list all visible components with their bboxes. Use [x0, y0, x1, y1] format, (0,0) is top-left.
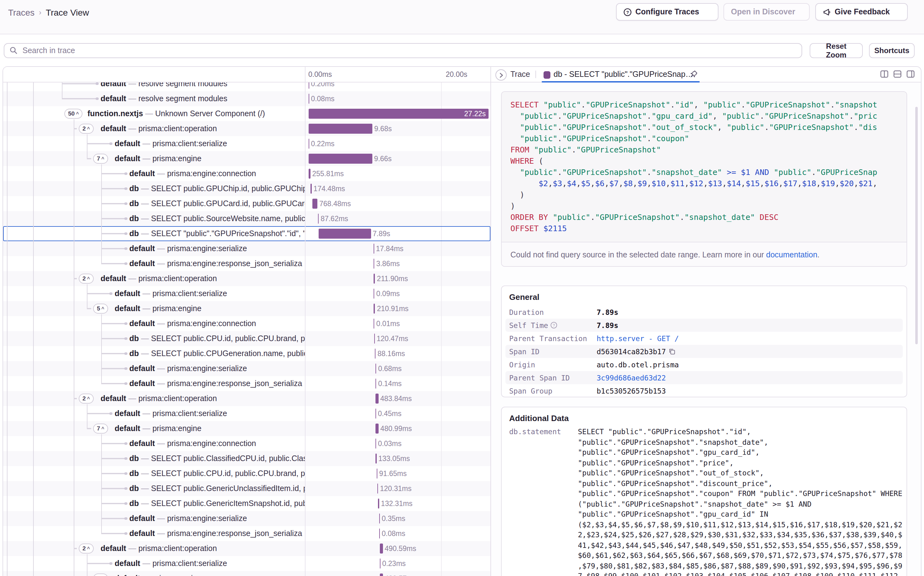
general-row-value[interactable]: http.server - GET /: [596, 334, 679, 342]
span-duration-bar[interactable]: [309, 169, 310, 179]
span-duration-bar[interactable]: [308, 139, 309, 149]
expand-collapse-badge[interactable]: 5^: [93, 303, 108, 313]
span-row[interactable]: 2^default — prisma:client:operation9.68s: [3, 121, 491, 136]
span-duration-bar[interactable]: [318, 214, 319, 224]
span-duration-bar[interactable]: [374, 259, 374, 269]
span-duration-bar[interactable]: [375, 424, 378, 434]
trace-view-page: Traces › Trace View ? Configure Traces O…: [0, 0, 924, 576]
span-row[interactable]: 7^default — prisma:engine480.99ms: [3, 421, 491, 436]
span-row[interactable]: db — SELECT public.GPUChip.id, public.GP…: [3, 181, 491, 196]
span-duration-bar[interactable]: [376, 363, 376, 374]
span-row[interactable]: db — SELECT public.CPU.id, public.CPU.br…: [3, 331, 491, 346]
reset-zoom-button[interactable]: Reset Zoom: [810, 43, 863, 58]
span-duration-bar[interactable]: [308, 154, 372, 164]
span-row[interactable]: default — prisma:engine:response_json_se…: [3, 526, 491, 541]
span-duration-bar[interactable]: [375, 349, 376, 358]
general-row-value[interactable]: 3c99d686aed63d22: [596, 373, 666, 382]
span-duration-bar[interactable]: [376, 438, 376, 448]
span-row[interactable]: default — prisma:engine:connection255.81…: [3, 166, 491, 181]
span-duration-bar[interactable]: [374, 304, 375, 314]
span-row[interactable]: 2^default — prisma:client:operation211.9…: [3, 271, 491, 286]
span-duration-bar[interactable]: [308, 82, 309, 89]
pin-tab-icon[interactable]: [690, 70, 698, 78]
span-row[interactable]: default — prisma:engine:connection0.03ms: [3, 436, 491, 451]
expand-collapse-badge[interactable]: 50^: [64, 109, 83, 118]
layout-rows-icon[interactable]: [894, 70, 902, 78]
span-row[interactable]: default — prisma:engine:response_json_se…: [3, 376, 491, 391]
span-duration-bar[interactable]: [378, 499, 379, 509]
span-duration-bar[interactable]: [375, 394, 378, 403]
span-row[interactable]: db — SELECT "public"."GPUPriceSnapshot".…: [3, 226, 491, 241]
shortcuts-button[interactable]: Shortcuts: [869, 43, 914, 58]
span-duration-bar[interactable]: [377, 483, 378, 494]
documentation-link[interactable]: documentation: [766, 251, 817, 259]
span-row[interactable]: db — SELECT public.GPUCard.id, public.GP…: [3, 196, 491, 211]
search-box[interactable]: [4, 43, 802, 58]
span-row[interactable]: default — resolve segment modules0.08ms: [3, 91, 491, 106]
tree-waterfall-divider[interactable]: [305, 67, 305, 576]
span-duration-bar[interactable]: [308, 94, 309, 104]
span-duration-bar[interactable]: [308, 124, 372, 134]
span-row[interactable]: 5^default — prisma:engine210.91ms: [3, 301, 491, 316]
expand-collapse-badge[interactable]: 7^: [93, 154, 108, 163]
span-row[interactable]: 2^default — prisma:client:operation490.5…: [3, 541, 491, 556]
span-row[interactable]: default — prisma:client:serialize0.22ms: [3, 136, 491, 151]
expand-collapse-badge[interactable]: 2^: [79, 273, 94, 283]
span-row[interactable]: default — prisma:engine:serialize0.35ms: [3, 511, 491, 526]
span-duration-bar[interactable]: [374, 274, 375, 284]
span-row[interactable]: db — SELECT public.GenericItemSnapshot.i…: [3, 496, 491, 511]
span-duration-bar[interactable]: [379, 514, 380, 523]
general-row-value[interactable]: d563014ca82b3b17: [596, 347, 675, 356]
span-row[interactable]: default — prisma:engine:response_json_se…: [3, 256, 491, 271]
span-row[interactable]: 5^default — prisma:engine480.57ms: [3, 571, 491, 576]
span-row[interactable]: 50^function.nextjs — Unknown Server Comp…: [3, 106, 491, 121]
span-row[interactable]: default — prisma:engine:serialize0.68ms: [3, 361, 491, 376]
span-duration-bar[interactable]: [375, 409, 376, 419]
tab-active-span[interactable]: db - SELECT "public"."GPUPriceSnap…: [553, 67, 693, 82]
copy-icon[interactable]: [668, 348, 675, 355]
expand-collapse-badge[interactable]: 5^: [93, 573, 108, 576]
layout-sidebar-right-icon[interactable]: [906, 70, 914, 78]
configure-traces-button[interactable]: ? Configure Traces: [616, 3, 718, 21]
search-input[interactable]: [21, 45, 796, 55]
span-duration-bar[interactable]: 27.22s: [308, 109, 488, 119]
span-duration-bar[interactable]: [312, 198, 317, 209]
span-duration-bar[interactable]: [376, 379, 376, 389]
span-row[interactable]: db — SELECT public.CPUGeneration.name, p…: [3, 346, 491, 361]
span-duration-bar[interactable]: [379, 544, 383, 554]
expand-collapse-badge[interactable]: 2^: [79, 543, 94, 553]
span-duration-bar[interactable]: [374, 318, 374, 329]
span-row[interactable]: default — prisma:client:serialize0.09ms: [3, 286, 491, 301]
span-row[interactable]: default — prisma:engine:connection0.01ms: [3, 316, 491, 331]
span-row[interactable]: db — SELECT public.SourceWebsite.name, p…: [3, 211, 491, 226]
span-duration-bar[interactable]: [310, 184, 312, 194]
span-duration-cell: 87.62ms: [305, 211, 491, 226]
span-duration-bar[interactable]: [374, 334, 375, 344]
span-duration-bar[interactable]: [379, 528, 380, 539]
span-duration-bar[interactable]: [319, 229, 371, 238]
give-feedback-button[interactable]: Give Feedback: [815, 3, 908, 21]
expand-collapse-badge[interactable]: 7^: [93, 423, 108, 433]
span-row[interactable]: default — prisma:engine:serialize17.84ms: [3, 241, 491, 256]
span-row[interactable]: 7^default — prisma:engine9.66s: [3, 151, 491, 166]
span-row[interactable]: db — SELECT public.CPU.id, public.CPU.br…: [3, 466, 491, 481]
layout-columns-icon[interactable]: [880, 70, 889, 78]
tab-trace[interactable]: Trace: [510, 67, 530, 82]
span-duration-bar[interactable]: [374, 289, 374, 299]
span-row[interactable]: default — prisma:client:serialize0.45ms: [3, 406, 491, 421]
span-row[interactable]: db — SELECT public.ClassifiedCPU.id, pub…: [3, 451, 491, 466]
collapse-panel-button[interactable]: [496, 69, 507, 81]
span-duration-bar[interactable]: [376, 454, 376, 464]
breadcrumb-traces[interactable]: Traces: [8, 8, 35, 18]
span-duration-bar[interactable]: [376, 469, 377, 478]
expand-collapse-badge[interactable]: 2^: [79, 123, 94, 133]
span-row[interactable]: db — SELECT public.GenericUnclassifiedIt…: [3, 481, 491, 496]
span-duration-bar[interactable]: [379, 573, 383, 576]
span-row[interactable]: 2^default — prisma:client:operation483.8…: [3, 391, 491, 406]
span-duration-bar[interactable]: [373, 244, 374, 254]
span-row[interactable]: default — prisma:client:serialize0.23ms: [3, 556, 491, 571]
span-row[interactable]: default — resolve segment modules0.20ms: [3, 82, 491, 91]
span-duration-bar[interactable]: [379, 558, 380, 568]
panel-scrollbar[interactable]: [915, 107, 918, 344]
expand-collapse-badge[interactable]: 2^: [79, 393, 94, 403]
